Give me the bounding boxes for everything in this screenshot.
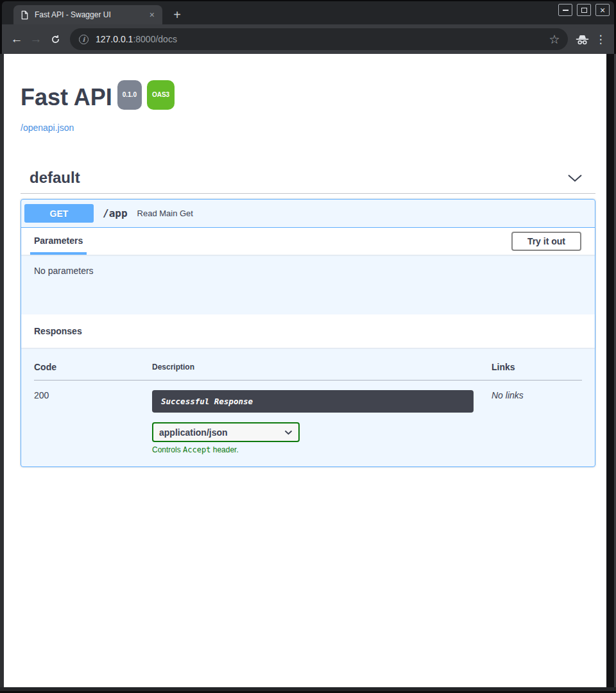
maximize-icon [581, 8, 587, 13]
response-links: No links [492, 381, 582, 455]
accept-code: Accept [183, 445, 210, 454]
chevron-down-icon[interactable] [567, 174, 583, 182]
version-badge: 0.1.0 [117, 80, 142, 110]
bookmark-star-icon[interactable]: ☆ [545, 30, 564, 49]
operation-path: /app [103, 207, 128, 219]
minimize-button[interactable] [558, 4, 572, 16]
column-header-description: Description [152, 358, 492, 381]
page-favicon-icon [21, 10, 29, 20]
tag-name: default [30, 169, 80, 187]
api-title: Fast API0.1.0OAS3 [21, 85, 595, 118]
openapi-spec-link[interactable]: /openapi.json [21, 123, 595, 133]
url-path: :8000/docs [133, 34, 177, 44]
oas3-badge: OAS3 [147, 80, 175, 110]
parameters-header: Parameters Try it out [21, 228, 595, 255]
media-type-select-wrap: application/json [152, 422, 300, 442]
tab-title: Fast API - Swagger UI [35, 10, 147, 19]
forward-button: → [26, 28, 46, 50]
maximize-button[interactable] [577, 4, 591, 16]
minimize-icon [563, 10, 569, 11]
close-button[interactable]: × [595, 4, 610, 16]
incognito-icon [572, 34, 592, 45]
tag-section-header[interactable]: default [21, 169, 595, 194]
no-parameters-text: No parameters [21, 255, 595, 314]
media-type-select[interactable]: application/json [152, 422, 300, 442]
back-button[interactable]: ← [7, 28, 26, 50]
try-it-out-button[interactable]: Try it out [511, 232, 581, 251]
responses-body: Code Description Links 200 Successful Re… [21, 348, 595, 466]
api-info: Fast API0.1.0OAS3 /openapi.json [21, 85, 595, 133]
response-row-200: 200 Successful Response application/json [34, 381, 582, 455]
browser-tab[interactable]: Fast API - Swagger UI × [13, 5, 162, 24]
browser-titlebar: Fast API - Swagger UI × + × [2, 1, 614, 24]
responses-header: Responses [21, 314, 595, 348]
method-get-button[interactable]: GET [24, 204, 94, 223]
responses-table-header-row: Code Description Links [34, 358, 582, 381]
operation-summary[interactable]: GET /app Read Main Get [21, 200, 595, 228]
window-frame-right [606, 54, 616, 693]
browser-toolbar: ← → i 127.0.0.1:8000/docs ☆ ⋮ [2, 24, 614, 54]
window-controls: × [558, 4, 610, 16]
url-text[interactable]: 127.0.0.1:8000/docs [96, 34, 545, 44]
column-header-links: Links [492, 358, 582, 381]
operation-description: Read Main Get [137, 209, 193, 218]
response-description: Successful Response [152, 390, 474, 413]
column-header-code: Code [34, 358, 152, 381]
window-frame-bottom [0, 687, 616, 693]
reload-icon [50, 34, 61, 45]
tab-parameters[interactable]: Parameters [30, 228, 87, 255]
new-tab-button[interactable]: + [169, 6, 185, 23]
opblock-get-app: GET /app Read Main Get Parameters Try it… [21, 199, 595, 467]
reload-button[interactable] [46, 28, 65, 50]
responses-table: Code Description Links 200 Successful Re… [34, 358, 582, 454]
swagger-page: Fast API0.1.0OAS3 /openapi.json default … [4, 54, 606, 687]
site-info-icon[interactable]: i [79, 35, 89, 44]
url-host: 127.0.0.1 [96, 34, 133, 44]
tab-close-icon[interactable]: × [147, 9, 157, 21]
browser-menu-icon[interactable]: ⋮ [592, 33, 609, 46]
response-code: 200 [34, 381, 152, 455]
response-description-cell: Successful Response application/json [152, 381, 492, 455]
accept-header-note: Controls Accept header. [152, 445, 474, 454]
address-bar[interactable]: i 127.0.0.1:8000/docs ☆ [70, 28, 568, 50]
